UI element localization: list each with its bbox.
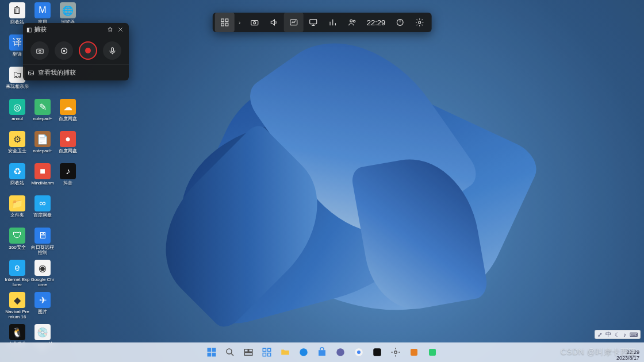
svg-rect-1 xyxy=(225,19,228,22)
record-last-30s-button[interactable] xyxy=(55,41,73,60)
desktop-icon[interactable]: 🖥向日葵远程控制 xyxy=(30,228,55,260)
taskbar-app-1[interactable] xyxy=(407,345,421,359)
camera-icon xyxy=(250,18,259,27)
app-icon: ◉ xyxy=(34,260,51,276)
svg-rect-20 xyxy=(212,348,216,352)
gear-icon xyxy=(415,18,424,27)
desktop-icon[interactable]: 📁文件夹 xyxy=(5,195,30,228)
svg-rect-19 xyxy=(208,348,212,352)
desktop-icon[interactable]: ●百度网盘 xyxy=(55,131,80,163)
desktop-icon[interactable]: 📄notepad+ xyxy=(30,131,55,163)
widgets-button[interactable] xyxy=(260,345,274,359)
svg-rect-4 xyxy=(251,21,258,25)
screenshot-button[interactable] xyxy=(30,41,49,60)
microphone-toggle-button[interactable] xyxy=(103,41,121,60)
desktop-icon-label: 百度网盘 xyxy=(59,148,77,153)
xbox-social-button[interactable] xyxy=(343,13,362,32)
app-icon: ♻ xyxy=(9,163,25,179)
desktop-icon[interactable]: ⚙安全卫士 xyxy=(5,131,30,163)
audio-button[interactable] xyxy=(264,13,284,32)
desktop-icon-label: notepad+ xyxy=(33,116,52,121)
svg-point-5 xyxy=(254,22,256,24)
resources-button[interactable] xyxy=(323,13,343,32)
pin-button[interactable] xyxy=(105,24,115,34)
record-clip-icon xyxy=(60,47,68,55)
svg-rect-32 xyxy=(319,350,325,356)
store-button[interactable] xyxy=(315,345,329,359)
speaker-icon xyxy=(270,18,279,27)
app-icon: ✈ xyxy=(34,292,51,308)
app-icon: e xyxy=(9,260,25,276)
settings-button[interactable] xyxy=(409,13,429,32)
svg-point-8 xyxy=(350,20,352,22)
svg-rect-28 xyxy=(268,348,271,351)
app-icon: ☁ xyxy=(60,99,76,115)
desktop-icon-label: 图片 xyxy=(38,309,47,314)
app-icon: ◎ xyxy=(9,99,25,115)
widget-menu-button[interactable] xyxy=(215,13,235,32)
tiktok-button[interactable] xyxy=(370,345,384,359)
svg-point-35 xyxy=(357,351,361,354)
edge-button[interactable] xyxy=(297,345,310,359)
desktop-icon[interactable]: ◆Navicat Premium 16 xyxy=(5,292,30,324)
svg-rect-26 xyxy=(244,353,252,356)
xbox-game-bar: › 22:29 xyxy=(213,13,432,32)
close-button[interactable] xyxy=(115,24,125,34)
settings-taskbar-button[interactable] xyxy=(389,345,402,359)
desktop-icon[interactable]: ■MindManm xyxy=(30,163,55,195)
desktop-icon-label: 向日葵远程控制 xyxy=(30,245,55,255)
desktop-icon[interactable]: eInternet Explorer xyxy=(5,260,30,292)
start-button[interactable] xyxy=(205,345,218,359)
desktop-icon[interactable]: ☁百度网盘 xyxy=(55,99,80,131)
svg-rect-3 xyxy=(225,23,228,26)
file-explorer-button[interactable] xyxy=(278,345,292,359)
display-button[interactable] xyxy=(304,13,323,32)
desktop-icon[interactable]: ✈图片 xyxy=(30,292,55,324)
teams-button[interactable] xyxy=(334,345,347,359)
ctrlstrip-item[interactable]: ⤢ xyxy=(597,332,602,338)
microphone-icon xyxy=(108,47,117,55)
performance-button[interactable] xyxy=(284,13,304,32)
desktop-icon[interactable]: ∞百度网盘 xyxy=(30,195,55,228)
svg-rect-27 xyxy=(263,348,266,351)
chrome-button[interactable] xyxy=(352,345,366,359)
svg-point-37 xyxy=(394,351,397,354)
capture-title: 捕获 xyxy=(34,25,105,34)
app-icon: ● xyxy=(60,131,76,147)
desktop-icon[interactable]: ♻回收站 xyxy=(5,163,30,195)
power-icon xyxy=(395,18,404,27)
start-recording-button[interactable] xyxy=(79,41,97,60)
desktop-icon[interactable]: ◉Google Chrome xyxy=(30,260,55,292)
ctrlstrip-item[interactable]: ♪ xyxy=(623,332,626,338)
ctrlstrip-item[interactable]: ☾ xyxy=(615,332,620,338)
taskbar-app-2[interactable] xyxy=(425,345,439,359)
desktop-icon xyxy=(55,292,80,324)
ctrlstrip-item[interactable]: ⌨ xyxy=(630,332,638,338)
desktop-icon[interactable]: ◎annul xyxy=(5,99,30,131)
widget-menu-icon xyxy=(220,18,229,27)
desktop-icon[interactable]: 🛡360安全 xyxy=(5,228,30,260)
app-icon: 🌐 xyxy=(60,2,76,18)
app-icon: 💿 xyxy=(34,324,51,340)
task-view-button[interactable] xyxy=(241,345,255,359)
record-ring-icon xyxy=(79,41,97,60)
desktop-icon[interactable]: ✎notepad+ xyxy=(30,99,55,131)
svg-point-13 xyxy=(39,50,41,52)
capture-button[interactable] xyxy=(245,13,264,32)
app-icon: 🛡 xyxy=(9,228,25,244)
desktop-wallpaper[interactable]: 🗑回收站M应用🌐浏览器译翻译🗂来玩相亲亲◎annul✎notepad+☁百度网盘… xyxy=(0,0,644,362)
search-button[interactable] xyxy=(223,345,237,359)
desktop-icon-label: Google Chrome xyxy=(30,277,55,287)
view-captures-link[interactable]: 查看我的捕获 xyxy=(23,64,129,80)
input-language-strip[interactable]: ⤢中☾♪⌨ xyxy=(595,330,641,339)
power-button[interactable] xyxy=(390,13,409,32)
system-tray[interactable]: 22:29 2023/8/17 xyxy=(616,349,639,361)
app-icon: ■ xyxy=(34,163,51,179)
desktop-icon-label: 文件夹 xyxy=(10,213,24,218)
desktop-icon[interactable]: ♪抖音 xyxy=(55,163,80,195)
gamebar-clock: 22:29 xyxy=(362,18,390,27)
app-icon: M xyxy=(34,2,51,18)
app-icon: 📄 xyxy=(34,131,51,147)
ctrlstrip-item[interactable]: 中 xyxy=(605,330,611,338)
desktop-icon-label: 回收站 xyxy=(10,20,24,25)
